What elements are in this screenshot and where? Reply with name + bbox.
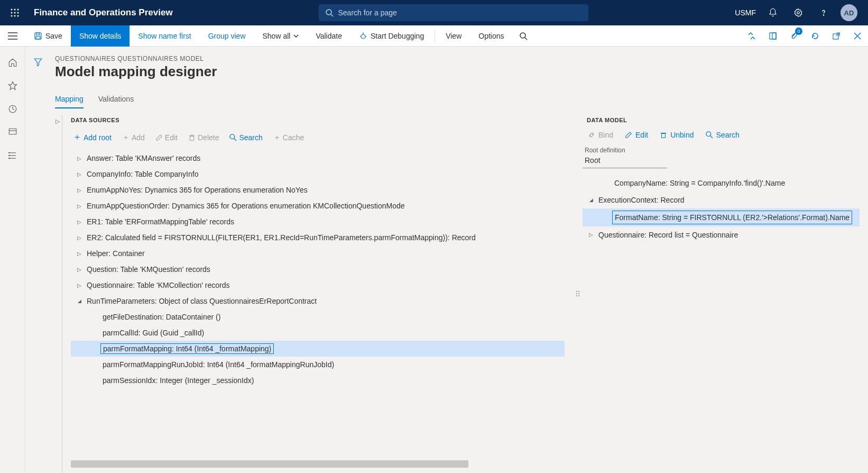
ds-tree-row[interactable]: ▷Helper: Container [71,245,565,261]
show-all-button[interactable]: Show all [254,25,308,47]
ds-tree-row[interactable]: ▷EnumAppNoYes: Dynamics 365 for Operatio… [71,182,565,198]
data-sources-tree[interactable]: ▷Answer: Table 'KMAnswer' records▷Compan… [71,150,568,458]
splitter-handle[interactable]: ⠿ [575,290,580,298]
add-button[interactable]: ＋Add [122,133,145,142]
tree-item-label: Helper: Container [85,249,145,258]
show-details-button[interactable]: Show details [71,25,130,47]
tree-caret-icon[interactable]: ▷ [74,283,85,288]
svg-point-39 [8,155,10,156]
tree-caret-icon[interactable]: ▷ [74,219,85,225]
show-name-first-button[interactable]: Show name first [130,25,199,47]
cache-button[interactable]: ＋Cache [273,133,304,142]
options-button[interactable]: Options [470,25,512,47]
ds-tree-row[interactable]: ▷Question: Table 'KMQuestion' records [71,261,565,277]
ds-tree-row[interactable]: ▷Questionnaire: Table 'KMCollection' rec… [71,277,565,293]
tree-item-label: parmFormatMapping: Int64 (Int64 _formatM… [100,343,274,354]
ds-tree-row[interactable]: ▷ER1: Table 'ERFormatMappingTable' recor… [71,214,565,230]
tree-caret-icon[interactable]: ▷ [74,235,85,241]
settings-icon[interactable] [790,4,807,21]
refresh-icon[interactable] [805,25,826,47]
svg-line-24 [525,38,527,40]
options-label: Options [478,32,504,40]
search-dm-button[interactable]: Search [706,131,740,139]
unbind-button[interactable]: Unbind [660,131,694,139]
global-search-input[interactable] [338,8,582,17]
ds-tree-row[interactable]: getFileDestination: DataContainer () [71,309,565,325]
tree-caret-icon[interactable]: ▷ [74,267,85,272]
svg-rect-33 [9,129,16,134]
workspaces-icon[interactable] [7,127,18,138]
ds-tree-row[interactable]: parmFormatMapping: Int64 (Int64 _formatM… [71,341,565,357]
user-avatar[interactable]: AD [841,4,857,21]
start-debugging-button[interactable]: Start Debugging [350,25,432,47]
svg-point-9 [326,10,331,15]
delete-button[interactable]: Delete [188,133,219,142]
home-icon[interactable] [7,57,18,68]
tree-caret-icon[interactable]: ▷ [74,203,85,209]
svg-line-28 [836,33,839,36]
recent-icon[interactable] [7,104,18,114]
attachments-icon[interactable]: 0 [783,25,805,47]
validate-button[interactable]: Validate [307,25,350,47]
favorites-icon[interactable] [7,80,18,91]
ds-tree-row[interactable]: ▷CompanyInfo: Table CompanyInfo [71,166,565,182]
ds-tree-row[interactable]: parmCallId: Guid (Guid _callId) [71,325,565,341]
pencil-icon [625,131,632,139]
root-definition-value[interactable]: Root [583,154,667,168]
ds-tree-row[interactable]: ▷EnumAppQuestionOrder: Dynamics 365 for … [71,198,565,214]
svg-point-40 [8,158,10,159]
tree-caret-icon[interactable]: ◢ [74,298,85,304]
app-launcher-icon[interactable] [4,8,25,17]
ds-tree-row[interactable]: parmSessionIdx: Integer (Integer _sessio… [71,372,565,388]
nav-toggle-icon[interactable] [0,32,25,40]
validate-label: Validate [316,32,342,40]
search-label: Search [239,133,262,142]
add-root-button[interactable]: ＋Add root [73,132,112,143]
edit-button[interactable]: Edit [155,133,178,142]
dm-tree-row[interactable]: ◢ExecutionContext: Record [583,192,860,208]
ds-tree-row[interactable]: parmFormatMappingRunJobId: Int64 (Int64 … [71,357,565,372]
dm-tree-row[interactable]: FormatName: String = FIRSTORNULL (ER2.'>… [583,208,860,226]
find-button[interactable] [513,25,534,47]
related-icon[interactable] [741,25,762,47]
modules-icon[interactable] [7,150,18,161]
tree-item-label: Questionnaire: Table 'KMCollection' reco… [85,281,229,289]
svg-line-46 [234,138,236,140]
search-icon [706,131,713,139]
action-bar: Save Show details Show name first Group … [0,25,868,47]
tree-caret-icon[interactable]: ▷ [74,251,85,257]
unbind-label: Unbind [670,131,694,139]
horizontal-scrollbar[interactable] [71,460,468,468]
dm-tree-row[interactable]: CompanyName: String = CompanyInfo.'find(… [583,175,860,192]
bind-button[interactable]: Bind [588,131,613,139]
group-view-button[interactable]: Group view [200,25,254,47]
tab-mapping[interactable]: Mapping [55,95,84,108]
tab-validations[interactable]: Validations [98,95,134,108]
popout-icon[interactable] [826,25,847,47]
tree-caret-icon[interactable]: ◢ [586,194,596,206]
help-icon[interactable] [815,4,832,21]
data-model-tree[interactable]: CompanyName: String = CompanyInfo.'find(… [583,175,860,243]
collapse-handle[interactable]: ▷ [53,115,62,473]
search-button[interactable]: Search [229,133,262,142]
company-picker[interactable]: USMF [735,8,756,17]
dm-tree-row[interactable]: ▷Questionnaire: Record list = Questionna… [583,226,860,243]
tree-caret-icon[interactable]: ▷ [74,156,85,161]
edit-dm-button[interactable]: Edit [625,131,648,139]
ds-tree-row[interactable]: ◢RunTimeParameters: Object of class Ques… [71,293,565,309]
close-icon[interactable] [847,25,868,47]
save-button[interactable]: Save [25,25,71,47]
office-icon[interactable] [762,25,783,47]
tree-item-label: FormatName: String = FIRSTORNULL (ER2.'>… [612,211,852,224]
global-search[interactable] [319,4,588,21]
ds-tree-row[interactable]: ▷Answer: Table 'KMAnswer' records [71,150,565,166]
view-button[interactable]: View [437,25,470,47]
ds-tree-row[interactable]: ▷ER2: Calculated field = FIRSTORNULL(FIL… [71,230,565,245]
divider [435,30,435,42]
tree-item-label: parmCallId: Guid (Guid _callId) [100,329,204,337]
tree-caret-icon[interactable]: ▷ [74,187,85,193]
tree-caret-icon[interactable]: ▷ [586,229,596,241]
filter-icon[interactable] [33,57,43,67]
tree-caret-icon[interactable]: ▷ [74,171,85,177]
notifications-icon[interactable] [764,4,781,21]
